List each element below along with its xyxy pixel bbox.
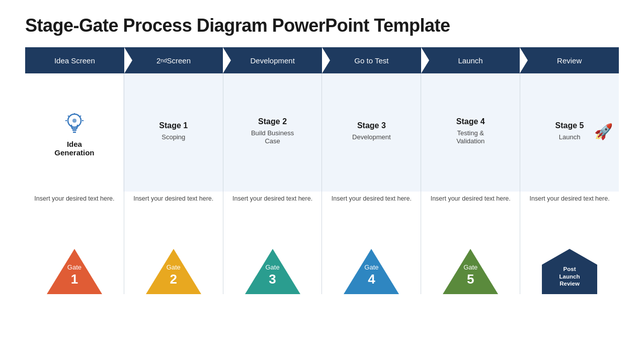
header-label-test: Go to Test: [354, 56, 388, 65]
desc-area-4: Insert your desired text here.: [427, 189, 515, 244]
header-item-launch: Launch: [421, 47, 520, 73]
desc-text-2: Insert your desired text here.: [232, 194, 312, 204]
stage2-subtitle: Build BusinessCase: [251, 129, 294, 146]
gate-num-1: 1: [67, 272, 82, 287]
stage-area-4: Stage 4 Testing &Validation: [423, 73, 518, 189]
stage4-subtitle: Testing &Validation: [456, 129, 485, 146]
post-launch-container: PostLaunchReview: [542, 246, 597, 294]
gate-num-4: 4: [364, 272, 378, 287]
desc-area-1: Insert your desired text here.: [129, 189, 217, 244]
gate-num-3: 3: [265, 272, 279, 287]
gate-word-1: Gate: [67, 263, 82, 271]
stage3-title: Stage 3: [357, 121, 386, 131]
gate-num-5: 5: [463, 272, 477, 287]
desc-text-4: Insert your desired text here.: [431, 194, 511, 204]
triangle-4: Gate 4: [344, 246, 399, 294]
post-launch-label: PostLaunchReview: [559, 265, 580, 288]
gate-num-2: 2: [167, 272, 181, 287]
header-label-screen2-suffix: Screen: [167, 56, 191, 65]
gate-word-4: Gate: [364, 263, 378, 271]
gate-area-4: Gate 4: [344, 246, 399, 294]
desc-text-3: Insert your desired text here.: [332, 194, 412, 204]
page-title: Stage-Gate Process Diagram PowerPoint Te…: [25, 15, 619, 36]
stage5-title: Stage 5: [555, 121, 584, 131]
main-content: IdeaGeneration Insert your desired text …: [25, 73, 619, 294]
stage3-subtitle: Development: [352, 133, 391, 142]
stage-area-5: Stage 5 Launch 🚀: [522, 73, 617, 189]
header-bar: Idea Screen 2nd Screen Development Go to…: [25, 47, 619, 73]
triangle-2: Gate 2: [146, 246, 201, 294]
column-stage3: Stage 3 Development Insert your desired …: [321, 73, 421, 294]
header-item-screen2: 2nd Screen: [124, 47, 223, 73]
rocket-icon: 🚀: [594, 123, 613, 140]
stage1-title: Stage 1: [159, 121, 188, 131]
stage5-subtitle: Launch: [559, 133, 581, 142]
triangle-5: Gate 5: [443, 246, 498, 294]
desc-text-idea: Insert your desired text here.: [34, 194, 114, 204]
header-item-dev: Development: [223, 47, 322, 73]
stage1-subtitle: Scoping: [162, 133, 185, 142]
stage-area-idea: IdeaGeneration: [27, 73, 122, 189]
stage-area-2: Stage 2 Build BusinessCase: [225, 73, 320, 189]
header-item-review: Review: [520, 47, 619, 73]
gate-area-2: Gate 2: [146, 246, 201, 294]
desc-text-1: Insert your desired text here.: [133, 194, 213, 204]
gate-area-5: Gate 5: [443, 246, 498, 294]
triangle-3: Gate 3: [245, 246, 300, 294]
column-stage4: Stage 4 Testing &Validation Insert your …: [421, 73, 520, 294]
post-launch-shape: PostLaunchReview: [542, 249, 597, 294]
desc-area-2: Insert your desired text here.: [228, 189, 316, 244]
desc-area-5: Insert your desired text here.: [526, 189, 614, 244]
gate-area-3: Gate 3: [245, 246, 300, 294]
gate-word-3: Gate: [265, 263, 279, 271]
gate-label-2: Gate 2: [167, 262, 181, 287]
column-stage2: Stage 2 Build BusinessCase Insert your d…: [223, 73, 322, 294]
stage4-title: Stage 4: [456, 117, 485, 127]
header-label-dev: Development: [250, 56, 294, 65]
stage-area-1: Stage 1 Scoping: [126, 73, 221, 189]
desc-area-idea: Insert your desired text here.: [30, 189, 118, 244]
gate-label-5: Gate 5: [463, 262, 477, 287]
column-idea: IdeaGeneration Insert your desired text …: [25, 73, 124, 294]
header-item-idea: Idea Screen: [25, 47, 124, 73]
gate-label-4: Gate 4: [364, 262, 378, 287]
svg-line-5: [80, 116, 81, 117]
column-stage5: Stage 5 Launch 🚀 Insert your desired tex…: [520, 73, 619, 294]
page: Stage-Gate Process Diagram PowerPoint Te…: [0, 0, 644, 362]
stage-area-3: Stage 3 Development: [324, 73, 419, 189]
stage2-title: Stage 2: [258, 117, 287, 127]
desc-area-3: Insert your desired text here.: [328, 189, 416, 244]
header-label-idea: Idea Screen: [54, 56, 95, 65]
header-item-test: Go to Test: [322, 47, 421, 73]
header-label-screen2-prefix: 2: [156, 56, 160, 65]
header-label-review: Review: [557, 56, 582, 65]
gate-label-1: Gate 1: [67, 262, 82, 287]
gate-word-2: Gate: [167, 263, 181, 271]
gate-word-5: Gate: [463, 263, 477, 271]
superscript-nd: nd: [160, 57, 167, 63]
gate-area-post: PostLaunchReview: [542, 246, 597, 294]
column-stage1: Stage 1 Scoping Insert your desired text…: [124, 73, 223, 294]
header-label-launch: Launch: [458, 56, 482, 65]
gate-label-3: Gate 3: [265, 262, 279, 287]
lightbulb-icon: [61, 111, 88, 137]
svg-line-4: [68, 116, 69, 117]
desc-text-5: Insert your desired text here.: [530, 194, 610, 204]
svg-point-8: [72, 119, 76, 123]
triangle-1: Gate 1: [47, 246, 102, 294]
gate-area-1: Gate 1: [47, 246, 102, 294]
idea-stage-title: IdeaGeneration: [54, 140, 94, 157]
